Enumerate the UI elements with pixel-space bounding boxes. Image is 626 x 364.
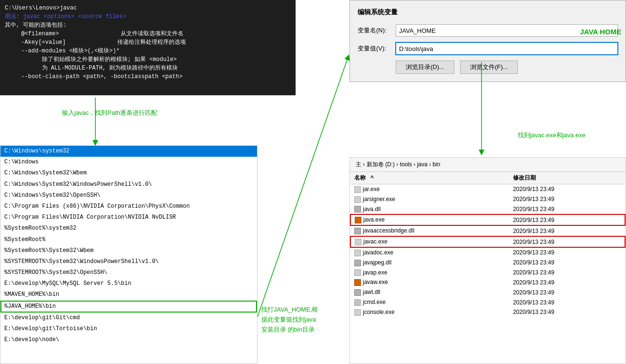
- path-item-git-cmd[interactable]: E:\develop\git\Git\cmd: [0, 313, 257, 324]
- terminal-line-1: C:\Users\Lenovo>javac: [5, 4, 291, 12]
- file-date: 2020/9/13 23:49: [509, 258, 625, 268]
- terminal-line-3: 其中, 可能的选项包括:: [5, 21, 291, 30]
- svg-line-1: [257, 57, 348, 317]
- file-name: javadoc.exe: [350, 247, 509, 258]
- javahome-label: JAVA HOME: [580, 28, 621, 36]
- table-row[interactable]: javadoc.exe 2020/9/13 23:49: [350, 247, 625, 258]
- path-list-panel[interactable]: C:\Windows\system32 C:\Windows C:\Window…: [0, 145, 257, 364]
- table-row[interactable]: jawt.dll 2020/9/13 23:49: [350, 287, 625, 297]
- table-row[interactable]: java.dll 2020/9/13 23:49: [350, 204, 625, 215]
- sysvar-value-label: 变量值(V):: [358, 44, 396, 53]
- table-row[interactable]: javajpeg.dll 2020/9/13 23:49: [350, 258, 625, 268]
- file-name: jarsigner.exe: [350, 194, 509, 204]
- file-name: javajpeg.dll: [350, 258, 509, 268]
- file-name: javap.exe: [350, 268, 509, 278]
- file-date: 2020/9/13 23:49: [509, 287, 625, 297]
- path-item-physx[interactable]: C:\Program Files (x86)\NVIDIA Corporatio…: [0, 201, 257, 212]
- browse-file-button[interactable]: 浏览文件(F)...: [460, 61, 518, 74]
- terminal-line-2: 用法: javac <options> <source files>: [5, 12, 291, 21]
- path-item-systemroot-wbem[interactable]: %SystemRoot%\System32\Wbem: [0, 245, 257, 256]
- file-breadcrumb: 主 › 新加卷 (D:) › tools › java › bin: [350, 158, 626, 172]
- terminal-line-8: 为 ALL-MODULE-PATH, 则为模块路径中的所有模块: [5, 64, 291, 72]
- sysvar-value-row: 变量值(V):: [358, 42, 618, 55]
- file-date: 2020/9/13 23:49: [509, 184, 625, 194]
- path-item-maven[interactable]: %MAVEN_HOME%\bin: [0, 289, 257, 300]
- col-name-header: 名称 ^: [350, 172, 509, 184]
- path-item-windows[interactable]: C:\Windows: [0, 157, 257, 168]
- find-annotation: 找到javac.exe和java.exe: [518, 131, 585, 140]
- table-row-javac-exe[interactable]: javac.exe 2020/9/13 23:49: [350, 236, 625, 247]
- path-item-systemroot-ps[interactable]: %SYSTEMROOT%\System32\WindowsPowerShell\…: [0, 256, 257, 267]
- file-name: jconsole.exe: [350, 307, 509, 317]
- table-row[interactable]: jcmd.exe 2020/9/13 23:49: [350, 297, 625, 307]
- path-item-nvdlisr[interactable]: C:\Program Files\NVIDIA Corporation\NVID…: [0, 212, 257, 223]
- table-row[interactable]: jconsole.exe 2020/9/13 23:49: [350, 307, 625, 317]
- file-date: 2020/9/13 23:49: [509, 297, 625, 307]
- file-date: 2020/9/13 23:49: [509, 277, 625, 287]
- path-item-openssh[interactable]: C:\Windows\System32\OpenSSH\: [0, 190, 257, 201]
- path-item-javahome[interactable]: %JAVA_HOME%\bin: [0, 301, 257, 313]
- sysvar-panel: 编辑系统变量 变量名(N): 变量值(V): 浏览目录(D)... 浏览文件(F…: [349, 0, 626, 82]
- browse-dir-button[interactable]: 浏览目录(D)...: [396, 61, 454, 74]
- terminal-line-7: 除了初始模块之外要解析的根模块; 如果 <module>: [5, 55, 291, 64]
- path-item-node[interactable]: E:\develop\node\: [0, 334, 257, 345]
- terminal-line-6: --add-modules <模块>(,<模块>)*: [5, 47, 291, 55]
- table-row[interactable]: javaw.exe 2020/9/13 23:49: [350, 277, 625, 287]
- path-item-wbem[interactable]: C:\Windows\System32\Wbem: [0, 168, 257, 179]
- file-name: javaw.exe: [350, 277, 509, 287]
- col-date-header: 修改日期: [509, 172, 625, 184]
- terminal-line-9: --boot-class-path <path>, -bootclasspath…: [5, 72, 291, 81]
- sysvar-buttons: 浏览目录(D)... 浏览文件(F)...: [358, 61, 618, 74]
- table-row[interactable]: javaaccessbridge.dll 2020/9/13 23:49: [350, 225, 625, 236]
- table-row-java-exe[interactable]: java.exe 2020/9/13 23:49: [350, 214, 625, 225]
- file-name: javaaccessbridge.dll: [350, 225, 509, 236]
- sysvar-name-row: 变量名(N):: [358, 24, 618, 37]
- path-item-system32[interactable]: C:\Windows\system32: [0, 146, 257, 157]
- file-date: 2020/9/13 23:49: [509, 225, 625, 236]
- path-item-systemroot-ssh[interactable]: %SYSTEMROOT%\System32\OpenSSH\: [0, 267, 257, 278]
- file-date: 2020/9/13 23:49: [509, 268, 625, 278]
- file-date: 2020/9/13 23:49: [509, 214, 625, 225]
- file-name: javac.exe: [350, 236, 509, 247]
- terminal-line-5: -Akey[=value] 传递给注释处理程序的选项: [5, 38, 291, 47]
- terminal-line-4: @<filename> 从文件读取选项和文件名: [5, 30, 291, 38]
- file-name: jcmd.exe: [350, 297, 509, 307]
- file-table: 名称 ^ 修改日期 jar.exe 2020/9/13 23:49 jarsig…: [350, 172, 626, 317]
- file-date: 2020/9/13 23:49: [509, 247, 625, 258]
- table-row[interactable]: jarsigner.exe 2020/9/13 23:49: [350, 194, 625, 204]
- file-date: 2020/9/13 23:49: [509, 194, 625, 204]
- file-name: jar.exe: [350, 184, 509, 194]
- path-item-mysql[interactable]: E:\develop\MySQL\MySQL Server 5.5\bin: [0, 278, 257, 289]
- path-item-tortoise[interactable]: E:\develop\git\Tortoise\bin: [0, 324, 257, 334]
- file-name: java.dll: [350, 204, 509, 215]
- sysvar-title: 编辑系统变量: [358, 8, 618, 17]
- sysvar-name-label: 变量名(N):: [358, 26, 396, 35]
- javahome-path-annotation: 找打JAVA_HOME,根据此变量值找到java安装目录 的bin目录: [261, 305, 340, 334]
- file-date: 2020/9/13 23:49: [509, 204, 625, 215]
- file-name: java.exe: [350, 214, 509, 225]
- sysvar-value-input[interactable]: [396, 42, 618, 55]
- table-row[interactable]: javap.exe 2020/9/13 23:49: [350, 268, 625, 278]
- file-date: 2020/9/13 23:49: [509, 307, 625, 317]
- table-row[interactable]: jar.exe 2020/9/13 23:49: [350, 184, 625, 194]
- path-item-systemroot2[interactable]: %SystemRoot%: [0, 234, 257, 245]
- path-item-powershell[interactable]: C:\Windows\System32\WindowsPowerShell\v1…: [0, 179, 257, 190]
- file-panel: 主 › 新加卷 (D:) › tools › java › bin 名称 ^ 修…: [349, 157, 626, 364]
- file-name: jawt.dll: [350, 287, 509, 297]
- input-annotation: 输入javac，找到Path逐条进行匹配: [62, 109, 157, 117]
- path-item-systemroot1[interactable]: %SystemRoot%\system32: [0, 223, 257, 234]
- terminal-panel: C:\Users\Lenovo>javac 用法: javac <options…: [0, 0, 296, 95]
- file-date: 2020/9/13 23:49: [509, 236, 625, 247]
